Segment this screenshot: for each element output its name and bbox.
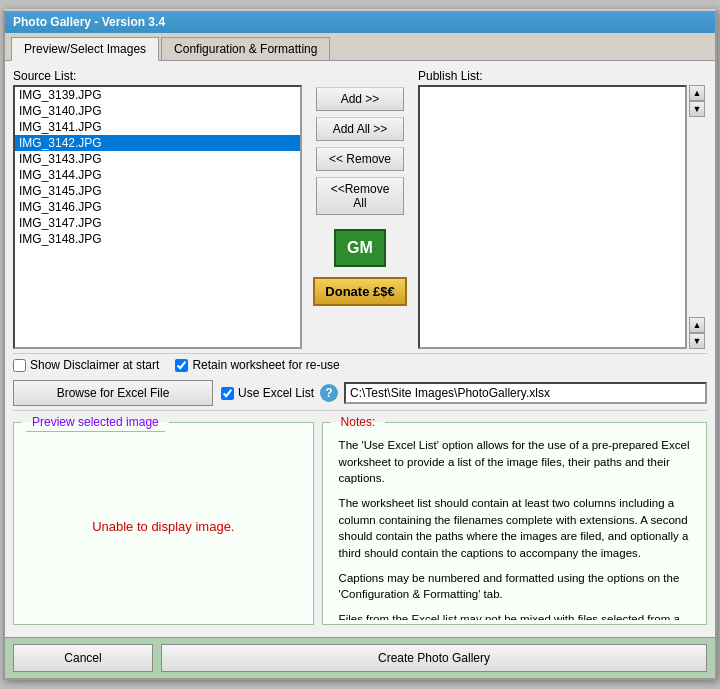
create-button[interactable]: Create Photo Gallery — [161, 644, 707, 672]
use-excel-checkbox[interactable] — [221, 387, 234, 400]
source-list-item[interactable]: IMG_3146.JPG — [15, 199, 300, 215]
tab-bar: Preview/Select Images Configuration & Fo… — [5, 33, 715, 61]
source-list-item[interactable]: IMG_3148.JPG — [15, 231, 300, 247]
source-list-label: Source List: — [13, 69, 302, 83]
gm-button[interactable]: GM — [334, 229, 386, 267]
tab-config[interactable]: Configuration & Formatting — [161, 37, 330, 60]
notes-paragraph: Files from the Excel list may not be mix… — [339, 611, 690, 620]
add-button[interactable]: Add >> — [316, 87, 404, 111]
main-panel: Source List: IMG_3139.JPGIMG_3140.JPGIMG… — [13, 69, 707, 349]
publish-list-box[interactable] — [418, 85, 687, 349]
notes-paragraph: The worksheet list should contain at lea… — [339, 495, 690, 562]
help-button[interactable]: ? — [320, 384, 338, 402]
excel-row-right: Use Excel List ? — [221, 382, 707, 404]
retain-checkbox[interactable] — [175, 359, 188, 372]
title-bar: Photo Gallery - Version 3.4 — [5, 11, 715, 33]
buttons-section: Add >> Add All >> << Remove <<Remove All… — [310, 69, 410, 349]
content-area: Source List: IMG_3139.JPGIMG_3140.JPGIMG… — [5, 61, 715, 633]
browse-excel-row: Browse for Excel File Use Excel List ? — [13, 376, 707, 411]
preview-legend: Preview selected image — [26, 413, 165, 432]
source-list-item[interactable]: IMG_3143.JPG — [15, 151, 300, 167]
preview-body: Unable to display image. — [22, 433, 305, 620]
preview-error: Unable to display image. — [92, 519, 234, 534]
source-list-item[interactable]: IMG_3142.JPG — [15, 135, 300, 151]
notes-legend: Notes: — [335, 413, 382, 431]
donate-button[interactable]: Donate £$€ — [313, 277, 406, 306]
bottom-panels: Preview selected image Unable to display… — [13, 415, 707, 625]
preview-panel: Preview selected image Unable to display… — [13, 415, 314, 625]
cancel-button[interactable]: Cancel — [13, 644, 153, 672]
notes-panel: Notes: The 'Use Excel List' option allow… — [322, 415, 707, 625]
source-list-box[interactable]: IMG_3139.JPGIMG_3140.JPGIMG_3141.JPGIMG_… — [13, 85, 302, 349]
disclaimer-label[interactable]: Show Disclaimer at start — [13, 358, 159, 372]
source-section: Source List: IMG_3139.JPGIMG_3140.JPGIMG… — [13, 69, 302, 349]
publish-scroll-down2[interactable]: ▼ — [689, 333, 705, 349]
source-list-item[interactable]: IMG_3147.JPG — [15, 215, 300, 231]
window-title: Photo Gallery - Version 3.4 — [13, 15, 165, 29]
source-list-item[interactable]: IMG_3139.JPG — [15, 87, 300, 103]
use-excel-label[interactable]: Use Excel List — [221, 386, 314, 400]
publish-list-label: Publish List: — [418, 69, 707, 83]
options-row: Show Disclaimer at start Retain workshee… — [13, 353, 707, 376]
notes-body: The 'Use Excel List' option allows for t… — [331, 433, 698, 620]
source-list-item[interactable]: IMG_3140.JPG — [15, 103, 300, 119]
publish-scroll-up[interactable]: ▲ — [689, 85, 705, 101]
browse-button[interactable]: Browse for Excel File — [13, 380, 213, 406]
footer-bar: Cancel Create Photo Gallery — [5, 637, 715, 678]
remove-button[interactable]: << Remove — [316, 147, 404, 171]
publish-scroll-down[interactable]: ▼ — [689, 101, 705, 117]
retain-label[interactable]: Retain worksheet for re-use — [175, 358, 339, 372]
main-window: Photo Gallery - Version 3.4 Preview/Sele… — [3, 9, 717, 680]
tab-preview[interactable]: Preview/Select Images — [11, 37, 159, 61]
remove-all-button[interactable]: <<Remove All — [316, 177, 404, 215]
excel-path-input[interactable] — [344, 382, 707, 404]
source-list-item[interactable]: IMG_3144.JPG — [15, 167, 300, 183]
add-all-button[interactable]: Add All >> — [316, 117, 404, 141]
notes-paragraph: Captions may be numbered and formatted u… — [339, 570, 690, 603]
notes-paragraph: The 'Use Excel List' option allows for t… — [339, 437, 690, 487]
publish-section: Publish List: ▲ ▼ ▲ ▼ — [418, 69, 707, 349]
source-list-item[interactable]: IMG_3141.JPG — [15, 119, 300, 135]
disclaimer-checkbox[interactable] — [13, 359, 26, 372]
source-list-item[interactable]: IMG_3145.JPG — [15, 183, 300, 199]
publish-scroll-up2[interactable]: ▲ — [689, 317, 705, 333]
